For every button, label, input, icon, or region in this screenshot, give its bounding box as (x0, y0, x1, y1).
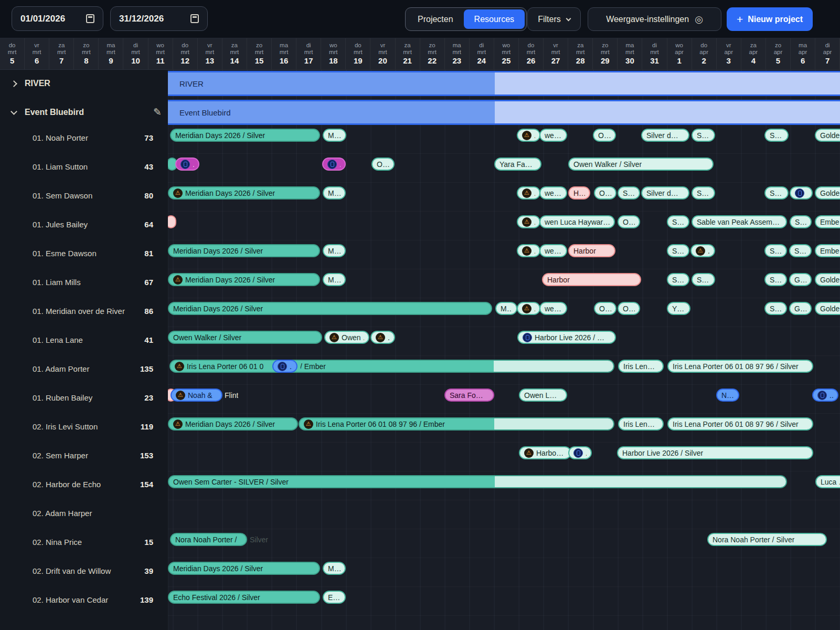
resource-row[interactable]: 02. Harbor de Echo154 (0, 471, 168, 500)
resource-row[interactable]: 01. Liam Sutton43 (0, 154, 168, 183)
timeline-bar[interactable]: ⚠Meridian Days 2026 / Silver (168, 273, 320, 286)
timeline-bar[interactable]: Owen Walker / Silver (168, 331, 322, 344)
timeline-bar[interactable]: ⚠Owen … (324, 331, 369, 344)
timeline-bar[interactable]: .. (272, 360, 297, 373)
timeline-bar[interactable]: Nora Noah Porter / Silver (707, 533, 827, 546)
timeline-bar[interactable]: M… (323, 562, 346, 575)
timeline-bar[interactable]: Owen Sem Carter - SILVER / Silver (168, 475, 787, 488)
resources-tab[interactable]: Resources (464, 9, 525, 29)
timeline-bar[interactable]: we… (539, 129, 567, 142)
resource-row[interactable]: 01. Jules Bailey64 (0, 212, 168, 240)
timeline-bar[interactable]: Owen L… (519, 388, 567, 402)
resource-row[interactable]: 02. Drift van de Willow39 (0, 558, 168, 587)
timeline-bar[interactable]: G… (789, 273, 812, 286)
timeline-bar[interactable]: M… (323, 273, 346, 286)
timeline-bar[interactable]: Golde… (815, 273, 840, 286)
timeline-bar[interactable]: Iris Lena Porter 06 01 08 97 96 / Silver (667, 360, 813, 373)
projecten-tab[interactable]: Projecten (407, 9, 464, 29)
timeline-bar[interactable]: Harbor (568, 244, 615, 257)
resource-row[interactable]: 02. Sem Harper153 (0, 443, 168, 471)
timeline-bar[interactable]: Meridian Days 2026 / Silver (170, 129, 320, 142)
timeline-bar[interactable]: Golde… (815, 186, 840, 200)
timeline-bar[interactable]: we… (539, 186, 567, 200)
edit-icon[interactable]: ✎ (153, 106, 162, 118)
timeline-bar[interactable]: ⚠.. (517, 129, 540, 142)
nieuw-project-button[interactable]: + Nieuw project (727, 7, 813, 31)
resource-row[interactable]: 02. Harbor van Cedar139 (0, 587, 168, 616)
filters-button[interactable]: Filters (527, 7, 581, 31)
timeline-bar[interactable]: S… (692, 186, 715, 200)
timeline-bar[interactable]: wen Luca Haywar… (539, 215, 615, 228)
timeline-bar[interactable]: O… (618, 302, 640, 315)
resource-row[interactable]: 01. Noah Porter73 (0, 125, 168, 154)
timeline-bar[interactable]: Luca … (815, 475, 840, 488)
timeline-bar[interactable]: S… (764, 302, 787, 315)
timeline-bar[interactable] (168, 215, 176, 228)
resource-row[interactable]: 01. Ruben Bailey23 (0, 385, 168, 414)
timeline-bar[interactable]: ⚠.. (370, 331, 395, 344)
timeline-bar[interactable]: H… (568, 186, 590, 200)
group-bar-river[interactable]: RIVER (168, 72, 840, 94)
timeline-bar[interactable]: Iris Len… (618, 360, 664, 373)
date-from-input[interactable]: 01/01/2026 (12, 6, 103, 31)
timeline-bar[interactable]: M… (323, 186, 346, 200)
timeline-bar[interactable]: Sable van Peak Assem… (692, 215, 787, 228)
timeline-bar[interactable]: O… (593, 129, 616, 142)
timeline-canvas[interactable]: RIVER Event Bluebird Meridian Days 2026 … (168, 70, 840, 630)
timeline-bar[interactable]: S… (667, 244, 689, 257)
timeline-bar[interactable]: Y… (667, 302, 690, 315)
timeline-bar[interactable]: S… (764, 244, 787, 257)
timeline-bar[interactable]: S… (764, 273, 787, 286)
timeline-bar[interactable]: O… (618, 215, 640, 228)
resource-row[interactable]: 01. Sem Dawson80 (0, 183, 168, 212)
timeline-bar[interactable]: M… (323, 244, 346, 257)
timeline-bar[interactable]: ⚠Harbo… (519, 446, 571, 459)
timeline-bar[interactable]: S… (667, 273, 689, 286)
resource-row[interactable]: 02. Adam Harper (0, 500, 168, 529)
timeline-bar[interactable]: S… (789, 244, 812, 257)
timeline-bar[interactable]: Embe… (815, 215, 840, 228)
timeline-bar[interactable]: M… (323, 129, 346, 142)
timeline-bar[interactable]: S… (667, 215, 689, 228)
timeline-bar[interactable]: Harbor Live 2026 / Silver (617, 446, 813, 459)
timeline-bar[interactable]: ⚠.. (517, 302, 540, 315)
timeline-bar[interactable]: .. (812, 388, 838, 402)
timeline-bar[interactable]: G… (789, 302, 812, 315)
timeline-bar[interactable]: ⚠Meridian Days 2026 / Silver (168, 417, 298, 430)
timeline-bar[interactable]: ⚠Noah & (171, 388, 222, 402)
sidebar-group-event-bluebird[interactable]: Event Bluebird ✎ (0, 100, 168, 125)
timeline-bar[interactable]: .. (568, 446, 592, 459)
timeline-bar[interactable]: ⚠Meridian Days 2026 / Silver (168, 186, 320, 200)
timeline-bar[interactable]: M… (495, 302, 517, 315)
timeline-bar[interactable]: Yara Fa… (494, 158, 541, 171)
timeline-bar[interactable]: Golde… (815, 302, 840, 315)
timeline-bar[interactable]: S… (790, 215, 812, 228)
timeline-bar[interactable]: O… (594, 302, 616, 315)
resource-row[interactable]: 02. Nina Price15 (0, 529, 168, 558)
timeline-bar[interactable]: Iris Lena Porter 06 01 08 97 96 / Silver (667, 417, 813, 430)
timeline-bar[interactable]: S… (692, 129, 715, 142)
timeline-bar[interactable]: Golde… (815, 129, 840, 142)
timeline-bar[interactable]: Silver d… (641, 129, 689, 142)
timeline-bar[interactable]: N… (716, 388, 739, 402)
resource-row[interactable]: 01. Esme Dawson81 (0, 240, 168, 269)
resource-row[interactable]: 01. Lena Lane41 (0, 327, 168, 356)
timeline-bar[interactable]: Nora Noah Porter / (170, 533, 247, 546)
timeline-bar[interactable]: Meridian Days 2026 / Silver (168, 244, 320, 257)
resource-row[interactable]: 01. Adam Porter135 (0, 356, 168, 385)
timeline-bar[interactable]: ⚠Iris Lena Porter 06 01 08 97 96 / Ember (299, 417, 614, 430)
timeline-bar[interactable]: Echo Festival 2026 / Silver (168, 591, 320, 604)
sidebar-group-river[interactable]: RIVER (0, 71, 168, 96)
timeline-bar[interactable]: S… (764, 129, 789, 142)
timeline-bar[interactable]: E… (323, 591, 346, 604)
timeline-bar[interactable]: ⚠.. (690, 244, 715, 257)
timeline-bar[interactable]: Silver d… (641, 186, 689, 200)
group-bar-event-bluebird[interactable]: Event Bluebird (168, 101, 840, 123)
timeline-bar[interactable]: we… (539, 244, 567, 257)
timeline-bar[interactable]: ⚠.. (517, 186, 540, 200)
timeline-bar[interactable]: . (175, 158, 199, 171)
resource-row[interactable]: 01. Meridian over de River86 (0, 298, 168, 327)
timeline-bar[interactable]: S… (692, 273, 715, 286)
timeline-bar[interactable]: S… (618, 186, 640, 200)
timeline-bar[interactable]: ⚠Iris Lena Porter 06 01 0 (169, 360, 614, 373)
